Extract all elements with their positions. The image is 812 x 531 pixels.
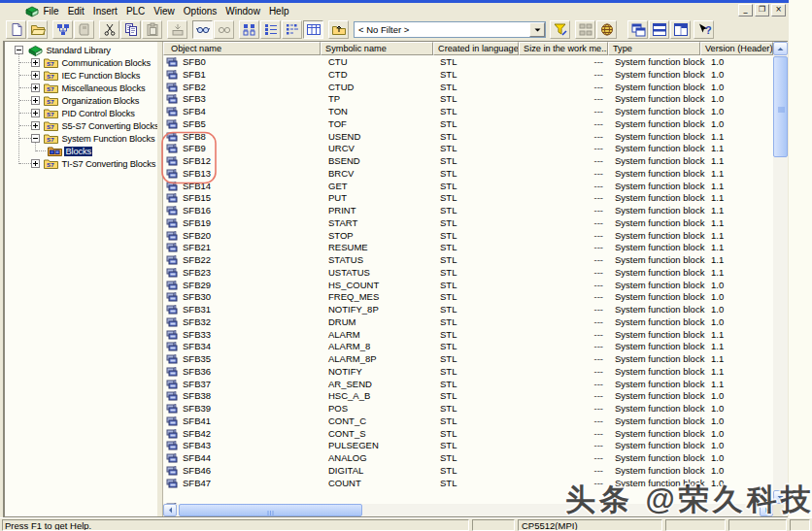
tree-item-label[interactable]: System Function Blocks (60, 134, 156, 144)
table-row[interactable]: SFB5TOFSTL---System function block1.0 (163, 117, 773, 130)
memory-card-button[interactable] (74, 20, 94, 39)
up-one-level-button[interactable] (328, 20, 349, 39)
table-row[interactable]: SFB31NOTIFY_8PSTL---System function bloc… (163, 303, 773, 315)
tree-item-label[interactable]: TI-S7 Converting Blocks (60, 159, 157, 169)
column-header[interactable]: Created in language (433, 42, 519, 55)
tree-item[interactable]: S7PID Control Blocks (44, 107, 136, 119)
table-row[interactable]: SFB43PULSEGENSTL---System function block… (163, 439, 773, 451)
table-row[interactable]: SFB12BSENDSTL---System function block1.1 (163, 154, 773, 167)
small-icons-button[interactable] (260, 20, 281, 39)
menu-window[interactable]: Window (221, 4, 265, 18)
column-header[interactable]: Version (Header) (700, 42, 773, 55)
tree-item-label[interactable]: Blocks (64, 147, 92, 156)
tree-item-label[interactable]: S5-S7 Converting Blocks (60, 121, 157, 131)
tree-item[interactable]: S7Miscellaneous Blocks (44, 82, 147, 94)
copy-button[interactable] (120, 20, 141, 39)
table-row[interactable]: SFB13BRCVSTL---System function block1.1 (163, 167, 773, 180)
tree-expander-plus[interactable] (31, 58, 40, 67)
simulation-button[interactable] (575, 20, 595, 39)
tree-item-label[interactable]: Organization Blocks (60, 96, 141, 106)
column-header[interactable]: Size in the work me... (519, 42, 608, 55)
table-row[interactable]: SFB1CTDSTL---System function block1.0 (163, 68, 773, 81)
hscroll-thumb[interactable] (179, 504, 362, 516)
table-row[interactable]: SFB38HSC_A_BSTL---System function block1… (163, 389, 773, 402)
table-row[interactable]: SFB15PUTSTL---System function block1.1 (163, 191, 773, 204)
filter-button[interactable] (550, 20, 570, 39)
tree-expander-plus[interactable] (31, 159, 40, 168)
open-button[interactable] (27, 20, 48, 39)
table-row[interactable]: SFB22STATUSSTL---System function block1.… (163, 253, 773, 266)
table-row[interactable]: SFB9URCVSTL---System function block1.1 (163, 142, 773, 154)
combo-dropdown-icon[interactable] (529, 22, 545, 37)
tree-item-label[interactable]: PID Control Blocks (60, 109, 136, 118)
vertical-scrollbar[interactable] (773, 42, 788, 504)
cascade-windows-button[interactable] (627, 20, 648, 39)
menu-options[interactable]: Options (179, 4, 220, 18)
menu-view[interactable]: View (150, 4, 180, 18)
close-button[interactable]: × (771, 4, 786, 17)
tree-item[interactable]: S7IEC Function Blocks (44, 69, 142, 82)
tree-item[interactable]: S7System Function Blocks (44, 132, 156, 145)
tree-expander-plus[interactable] (31, 71, 40, 80)
column-header[interactable]: Type (608, 42, 700, 55)
menu-edit[interactable]: Edit (63, 4, 88, 18)
table-row[interactable]: SFB23USTATUSSTL---System function block1… (163, 266, 773, 279)
filter-combobox[interactable]: < No Filter > (354, 21, 546, 38)
scroll-up-button[interactable] (773, 42, 788, 55)
options-globe-button[interactable] (596, 20, 617, 39)
context-help-button[interactable]: ? (694, 20, 714, 39)
tree-expander-minus[interactable] (15, 46, 23, 54)
menu-file[interactable]: File (39, 4, 63, 18)
table-row[interactable]: SFB4TONSTL---System function block1.0 (163, 105, 773, 117)
scroll-left-button[interactable] (163, 504, 177, 516)
table-row[interactable]: SFB36NOTIFYSTL---System function block1.… (163, 365, 773, 378)
download-button[interactable] (167, 20, 187, 39)
restore-button[interactable]: ❐ (755, 4, 769, 17)
offline-button[interactable] (214, 20, 234, 39)
column-header[interactable]: Symbolic name (321, 42, 433, 55)
table-row[interactable]: SFB44ANALOGSTL---System function block1.… (163, 451, 773, 464)
tree-item[interactable]: S7TI-S7 Converting Blocks (44, 157, 157, 170)
table-row[interactable]: SFB46DIGITALSTL---System function block1… (163, 464, 773, 477)
table-row[interactable]: SFB21RESUMESTL---System function block1.… (163, 241, 773, 253)
tree-item-label[interactable]: Communication Blocks (60, 58, 152, 68)
table-row[interactable]: SFB39POSSTL---System function block1.0 (163, 402, 773, 415)
menu-plc[interactable]: PLC (121, 4, 149, 18)
tree-expander-plus[interactable] (31, 121, 40, 130)
tree-expander-plus[interactable] (31, 109, 40, 117)
accessible-nodes-button[interactable] (52, 20, 73, 39)
table-row[interactable]: SFB0CTUSTL---System function block1.0 (163, 55, 773, 68)
tile-vertical-button[interactable] (670, 20, 691, 39)
details-view-button[interactable] (303, 20, 323, 39)
column-header[interactable]: Object name (163, 42, 321, 55)
table-row[interactable]: SFB16PRINTSTL---System function block1.1 (163, 204, 773, 216)
list-view-button[interactable] (282, 20, 302, 39)
vscroll-thumb[interactable] (773, 56, 788, 157)
tree-item[interactable]: S7Organization Blocks (44, 94, 141, 107)
table-row[interactable]: SFB30FREQ_MESSTL---System function block… (163, 290, 773, 303)
tree-expander-plus[interactable] (31, 83, 40, 92)
table-row[interactable]: SFB32DRUMSTL---System function block1.0 (163, 315, 773, 328)
large-icons-button[interactable] (239, 20, 259, 39)
tree-item-label[interactable]: IEC Function Blocks (60, 71, 142, 81)
tree-item[interactable]: S7S5-S7 Converting Blocks (44, 119, 157, 132)
paste-button[interactable] (142, 20, 162, 39)
cut-button[interactable] (99, 20, 119, 39)
new-document-button[interactable] (6, 20, 26, 39)
table-row[interactable]: SFB3TPSTL---System function block1.0 (163, 92, 773, 105)
table-row[interactable]: SFB19STARTSTL---System function block1.1 (163, 216, 773, 229)
minimize-button[interactable]: _ (738, 4, 753, 17)
online-button[interactable] (192, 20, 213, 39)
table-row[interactable]: SFB34ALARM_8STL---System function block1… (163, 340, 773, 352)
tree-item-label[interactable]: Miscellaneous Blocks (60, 83, 147, 93)
table-row[interactable]: SFB41CONT_CSTL---System function block1.… (163, 415, 773, 427)
menu-help[interactable]: Help (264, 4, 293, 18)
tree-expander-minus[interactable] (31, 134, 40, 143)
tree-item[interactable]: S7Communication Blocks (44, 56, 152, 69)
table-row[interactable]: SFB35ALARM_8PSTL---System function block… (163, 352, 773, 365)
tree-item[interactable]: Blocks (48, 145, 92, 157)
tree-item-label[interactable]: Standard Library (45, 46, 112, 55)
tile-horizontal-button[interactable] (649, 20, 669, 39)
tree-item[interactable]: Standard Library (28, 44, 112, 56)
menu-insert[interactable]: Insert (88, 4, 121, 18)
